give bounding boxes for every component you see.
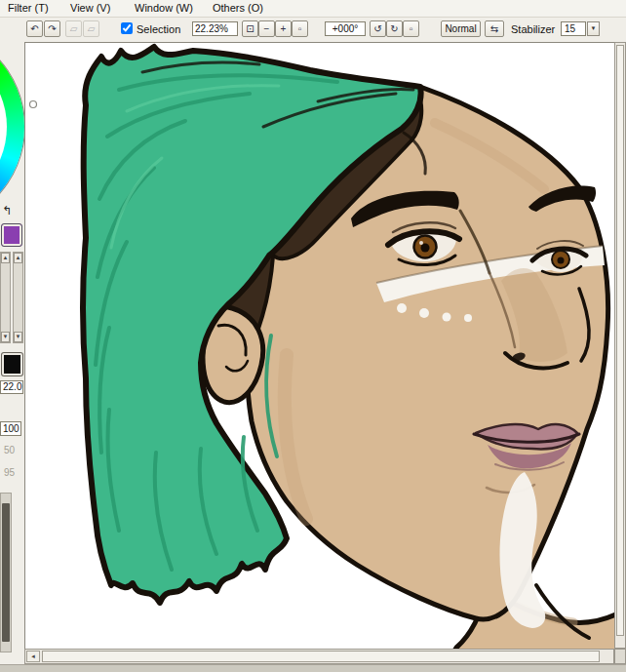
vertical-scrollbar[interactable] [614,42,626,649]
zoom-fit-icon: ⊡ [246,23,254,34]
mini-scrollbar-1[interactable]: ▲ ▼ [0,252,11,343]
zoom-fit-button[interactable]: ⊡ [242,20,258,37]
stabilizer-label: Stabilizer [511,23,555,35]
rotate-cw-button[interactable]: ↻ [386,20,403,37]
stabilizer-dropdown-button[interactable]: ▼ [587,21,600,36]
brush-param-value-2: 50 [4,445,15,455]
brush-param-value-1[interactable]: 100 [0,421,21,436]
stabilizer-value[interactable]: 15 [561,21,586,36]
foreground-color-swatch[interactable] [2,353,22,376]
scroll-left-icon[interactable]: ◂ [26,651,40,662]
mini-scrollbar-2[interactable]: ▲ ▼ [13,252,23,343]
redo-button[interactable]: ↷ [44,20,60,37]
horizontal-scrollbar-thumb[interactable] [42,651,600,662]
flip-view-icon: ⇆ [490,23,498,34]
redo-icon: ↷ [48,23,56,34]
brush-size-value[interactable]: 22.0 [0,380,23,394]
undo-icon: ↶ [30,23,38,34]
menu-item-window[interactable]: Window (W) [135,2,193,14]
near-pupil [421,244,430,253]
brush-param-value-3: 95 [4,467,15,478]
rotate-ccw-button[interactable]: ↺ [370,20,386,37]
zoom-input[interactable] [192,21,238,36]
flip-view-button[interactable]: ⇆ [485,20,504,37]
left-tool-panel: ↰ ▲ ▼ ▲ ▼ 22.0 100 50 95 [0,42,24,672]
zoom-in-button[interactable]: + [275,20,292,37]
rotate-cw-icon: ↻ [390,23,398,34]
panel-scrollbar[interactable] [0,493,12,652]
zoom-out-button[interactable]: − [258,20,275,37]
panel-scrollbar-thumb[interactable] [2,503,10,642]
scroll-down-icon[interactable]: ▼ [14,332,22,342]
menu-bar: Filter (T) View (V) Window (W) Others (O… [0,0,626,18]
selection-op-icon-1: ▱ [70,23,78,34]
near-eye-highlight [419,241,423,245]
secondary-color-swatch[interactable] [1,223,22,247]
selection-op-button-2[interactable]: ▱ [83,20,99,37]
selection-op-button-1[interactable]: ▱ [65,20,82,37]
rotate-reset-button[interactable]: ▫ [403,20,419,37]
selection-checkbox[interactable] [121,22,133,34]
zoom-out-icon: − [264,23,270,34]
undo-button[interactable]: ↶ [26,20,43,37]
paint-app-window: Filter (T) View (V) Window (W) Others (O… [0,0,626,672]
angle-input[interactable] [325,21,366,36]
portrait-artwork [25,43,615,650]
menu-item-others[interactable]: Others (O) [213,2,263,14]
blend-mode-button[interactable]: Normal [441,20,481,37]
chevron-down-icon: ▼ [591,25,597,31]
menu-item-filter[interactable]: Filter (T) [8,2,49,14]
selection-op-icon-2: ▱ [88,23,96,34]
horizontal-scrollbar[interactable]: ◂ [24,649,614,664]
selection-label: Selection [137,23,180,35]
toolbar: ↶ ↷ ▱ ▱ Selection ⊡ − + ▫ ↺ ↻ ▫ Normal ⇆… [0,18,626,43]
zoom-reset-icon: ▫ [298,23,302,34]
canvas-marker [30,101,37,108]
rotate-reset-icon: ▫ [410,23,413,34]
zoom-in-icon: + [281,23,287,34]
drawing-canvas[interactable] [24,42,615,650]
history-arrow-icon[interactable]: ↰ [2,204,12,217]
rotate-ccw-icon: ↺ [373,23,381,34]
status-strip [0,664,626,672]
vertical-scrollbar-thumb[interactable] [616,45,624,636]
scrollbar-corner [614,649,626,664]
scroll-up-icon[interactable]: ▲ [14,253,22,263]
menu-item-view[interactable]: View (V) [70,2,110,14]
far-pupil [558,257,565,264]
scroll-up-icon[interactable]: ▲ [1,253,10,263]
zoom-reset-button[interactable]: ▫ [292,20,308,37]
scroll-down-icon[interactable]: ▼ [1,332,10,342]
